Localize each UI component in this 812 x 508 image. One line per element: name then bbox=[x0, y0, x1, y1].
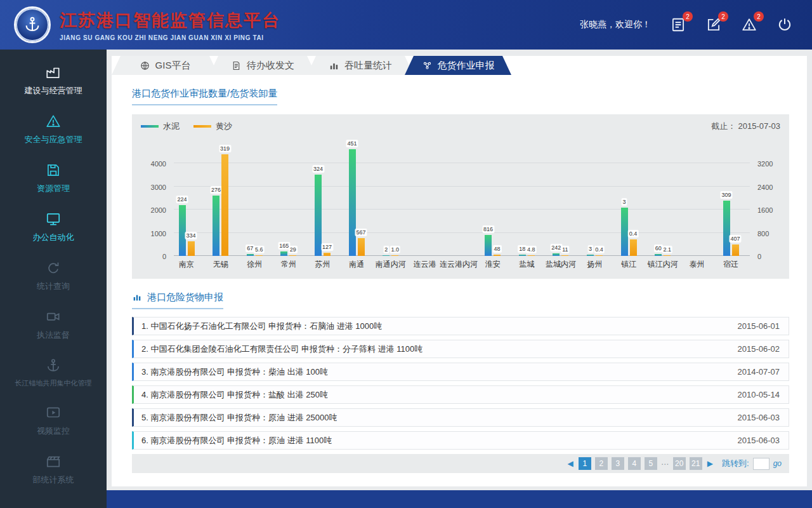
bar-value-label: 407 bbox=[729, 235, 741, 243]
sidebar-item-statistics-query[interactable]: 统计查询 bbox=[0, 251, 107, 300]
list-item-text: 4. 南京港股份有限公司 申报货种：盐酸 出港 250吨 bbox=[141, 389, 328, 401]
y-axis-tick-right: 0 bbox=[757, 253, 761, 260]
sidebar-item-ministry-statistics[interactable]: 部统计系统 bbox=[0, 445, 107, 494]
sidebar-item-label: 长江锚地共用集中化管理 bbox=[15, 378, 92, 388]
list-item-date: 2015-06-02 bbox=[738, 344, 780, 354]
bar-cement bbox=[280, 251, 287, 256]
alert-icon[interactable]: 2 bbox=[741, 17, 757, 33]
page-button-4[interactable]: 4 bbox=[628, 457, 641, 470]
sidebar-item-law-enforcement[interactable]: 执法监督 bbox=[0, 300, 107, 349]
bar-sand bbox=[324, 253, 331, 256]
bar-value-label: 319 bbox=[219, 145, 231, 152]
go-button[interactable]: go bbox=[773, 459, 782, 468]
bar-value-label: 0.4 bbox=[594, 246, 605, 253]
bar-sand bbox=[732, 244, 739, 256]
legend-swatch bbox=[141, 125, 159, 128]
bar-sand bbox=[664, 255, 671, 256]
list-item-date: 2015-06-03 bbox=[738, 413, 780, 422]
x-axis-label: 镇江 bbox=[621, 259, 636, 270]
y-axis-tick-left: 1000 bbox=[151, 230, 166, 237]
page-button-21[interactable]: 21 bbox=[690, 457, 702, 470]
bar-sand bbox=[256, 255, 263, 256]
y-axis-tick-left: 4000 bbox=[151, 160, 166, 168]
tab-dangerous-goods-declare[interactable]: 危货作业申报 bbox=[405, 56, 511, 75]
x-axis-label: 连云港 bbox=[413, 259, 436, 270]
jump-to-label: 跳转到: bbox=[722, 458, 749, 469]
sidebar-item-resource-management[interactable]: 资源管理 bbox=[0, 154, 107, 203]
list-item[interactable]: 5. 南京港股份有限公司 申报货种：原油 进港 25000吨2015-06-03 bbox=[132, 408, 789, 427]
x-axis-label: 无锡 bbox=[213, 259, 228, 270]
bar-value-label: 4.8 bbox=[526, 246, 537, 253]
app-title: 江苏港口智能监管信息平台 bbox=[60, 9, 280, 32]
list-item[interactable]: 2. 中国石化集团金陵石油化工有限责任公司 申报货种：分子筛料 进港 1100吨… bbox=[132, 340, 789, 358]
page-button-5[interactable]: 5 bbox=[645, 457, 657, 470]
main-area: GIS平台待办收发文吞吐量统计危货作业申报 港口危货作业审批数量/危货装卸量 水… bbox=[107, 50, 812, 508]
list-section-title-text: 港口危险货物申报 bbox=[147, 291, 223, 302]
bar-cement bbox=[213, 196, 219, 256]
y-axis-tick-left: 2000 bbox=[151, 206, 166, 214]
user-greeting: 张晓燕，欢迎你！ bbox=[580, 19, 651, 30]
sidebar-menu: 建设与经营管理安全与应急管理资源管理办公自动化统计查询执法监督长江锚地共用集中化… bbox=[0, 50, 107, 508]
page-button-1[interactable]: 1 bbox=[579, 457, 591, 470]
x-axis-label: 南通 bbox=[349, 259, 364, 270]
chart-plot: 001000800200016003000240040003200南京22433… bbox=[174, 145, 750, 256]
list-item-text: 1. 中国石化扬子石油化工有限公司 申报货种：石脑油 进港 1000吨 bbox=[141, 321, 382, 332]
bar-sand bbox=[561, 255, 568, 256]
news-icon[interactable]: 2 bbox=[670, 17, 686, 33]
sidebar-item-video-surveillance[interactable]: 视频监控 bbox=[0, 396, 107, 445]
as-of-date: 截止： 2015-07-03 bbox=[711, 121, 780, 132]
sidebar-item-label: 执法监督 bbox=[37, 330, 70, 341]
list-item[interactable]: 6. 南京港股份有限公司 申报货种：原油 进港 1100吨2015-06-03 bbox=[132, 431, 789, 450]
x-axis-label: 淮安 bbox=[485, 259, 501, 270]
legend-item: 黄沙 bbox=[193, 121, 232, 132]
list-item[interactable]: 3. 南京港股份有限公司 申报货种：柴油 出港 100吨2014-07-07 bbox=[132, 363, 789, 381]
page-button-3[interactable]: 3 bbox=[612, 457, 624, 470]
chart-section-header: 港口危货作业审批数量/危货装卸量 bbox=[132, 88, 807, 105]
bar-sand bbox=[188, 241, 195, 256]
sidebar-item-office-automation[interactable]: 办公自动化 bbox=[0, 203, 107, 251]
gridline bbox=[174, 209, 750, 210]
y-axis-tick-right: 800 bbox=[757, 230, 769, 237]
x-axis-label: 镇江内河 bbox=[648, 259, 678, 270]
tab-throughput-stats[interactable]: 吞吐量统计 bbox=[307, 56, 414, 75]
y-axis-tick-right: 1600 bbox=[757, 206, 773, 214]
list-item[interactable]: 4. 南京港股份有限公司 申报货种：盐酸 出港 250吨2010-05-14 bbox=[132, 385, 789, 404]
sidebar-item-construction-management[interactable]: 建设与经营管理 bbox=[0, 56, 107, 105]
bar-sand bbox=[596, 255, 603, 256]
prev-page-button[interactable]: ◀ bbox=[566, 459, 575, 468]
bar-cement bbox=[519, 255, 526, 256]
app-logo bbox=[14, 6, 51, 43]
app-header: 江苏港口智能监管信息平台 JIANG SU GANG KOU ZHI NENG … bbox=[0, 0, 812, 50]
content-panel: 港口危货作业审批数量/危货装卸量 水泥黄沙 截止： 2015-07-03 001… bbox=[112, 75, 807, 486]
next-page-button[interactable]: ▶ bbox=[706, 459, 714, 468]
clapper-icon bbox=[45, 453, 62, 470]
list-item[interactable]: 1. 中国石化扬子石油化工有限公司 申报货种：石脑油 进港 1000吨2015-… bbox=[132, 317, 789, 335]
bar-sand bbox=[494, 255, 501, 256]
page-button-2[interactable]: 2 bbox=[595, 457, 608, 470]
monitor-icon bbox=[45, 211, 62, 227]
play-icon bbox=[45, 404, 62, 421]
bar-value-label: 2.1 bbox=[662, 246, 672, 253]
gis-icon bbox=[140, 60, 150, 71]
sidebar-item-anchorage-management[interactable]: 长江锚地共用集中化管理 bbox=[0, 349, 107, 396]
factory-icon bbox=[45, 64, 62, 81]
y-axis-tick-right: 2400 bbox=[757, 184, 773, 191]
bar-value-label: 567 bbox=[355, 229, 367, 236]
power-icon[interactable] bbox=[776, 17, 793, 33]
list-item-date: 2010-05-14 bbox=[738, 390, 780, 399]
compose-icon[interactable]: 2 bbox=[705, 17, 722, 33]
bar-cement bbox=[553, 253, 560, 256]
as-of-value: 2015-07-03 bbox=[738, 121, 781, 131]
page-button-20[interactable]: 20 bbox=[673, 457, 686, 470]
list-section-title: 港口危险货物申报 bbox=[132, 291, 223, 309]
sidebar-item-safety-emergency[interactable]: 安全与应急管理 bbox=[0, 105, 107, 154]
tab-gis-platform[interactable]: GIS平台 bbox=[112, 56, 218, 75]
news-badge: 2 bbox=[683, 11, 693, 22]
compose-badge: 2 bbox=[718, 11, 728, 22]
warning-icon bbox=[45, 113, 62, 130]
jump-page-input[interactable] bbox=[753, 458, 769, 470]
tab-todo-documents[interactable]: 待办收发文 bbox=[209, 56, 316, 75]
sidebar-item-label: 部统计系统 bbox=[33, 474, 74, 486]
gridline bbox=[174, 232, 750, 233]
app-subtitle: JIANG SU GANG KOU ZHI NENG JIAN GUAN XIN… bbox=[60, 34, 280, 41]
